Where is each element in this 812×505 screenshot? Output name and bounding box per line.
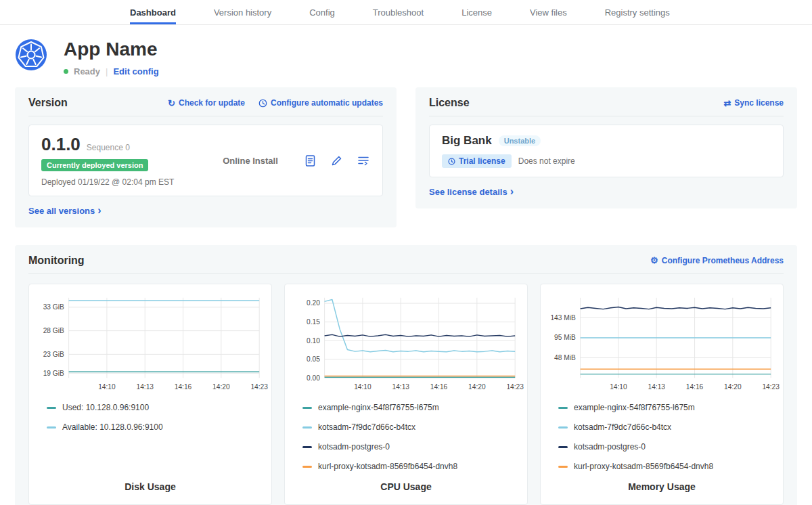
svg-text:14:20: 14:20	[724, 382, 742, 390]
legend-label: kotsadm-postgres-0	[318, 442, 390, 452]
cpu-usage-legend: example-nginx-54f8f76755-l675mkotsadm-7f…	[302, 403, 519, 481]
legend-dash	[302, 466, 312, 468]
clock-icon	[448, 158, 455, 165]
legend-label: example-nginx-54f8f76755-l675m	[574, 403, 695, 412]
deployed-badge: Currently deployed version	[41, 159, 148, 171]
legend-dash	[558, 446, 568, 448]
legend-label: kurl-proxy-kotsadm-8569fb6454-dnvh8	[574, 462, 713, 471]
legend-item: kotsadm-7f9dc7d66c-b4tcx	[302, 422, 519, 432]
check-for-update-link[interactable]: ↻ Check for update	[168, 98, 245, 108]
tab-version-history[interactable]: Version history	[214, 0, 271, 24]
sync-license-link[interactable]: ⇄ Sync license	[723, 98, 784, 108]
edit-version-config-icon[interactable]	[330, 154, 343, 167]
status-dot	[64, 69, 68, 74]
version-card: Version ↻ Check for update Configure aut…	[15, 87, 397, 227]
svg-text:28 GiB: 28 GiB	[43, 326, 64, 334]
svg-text:0.05: 0.05	[307, 355, 320, 363]
legend-dash	[302, 446, 312, 448]
refresh-icon: ↻	[168, 99, 175, 108]
legend-dash	[558, 466, 568, 468]
cpu-usage-chart: 0.000.050.100.150.2014:1014:1314:1614:20…	[293, 294, 519, 394]
legend-item: kotsadm-postgres-0	[302, 442, 519, 452]
deployed-timestamp: Deployed 01/19/22 @ 02:04 pm EST	[41, 177, 197, 187]
svg-text:14:13: 14:13	[648, 382, 665, 390]
configure-prometheus-link[interactable]: ⚙ Configure Prometheus Address	[650, 256, 784, 265]
legend-label: kurl-proxy-kotsadm-8569fb6454-dnvh8	[318, 462, 457, 471]
cpu-usage-title: CPU Usage	[293, 481, 519, 496]
svg-text:14:16: 14:16	[686, 382, 704, 390]
svg-text:23 GiB: 23 GiB	[43, 350, 64, 357]
configure-automatic-updates-link[interactable]: Configure automatic updates	[258, 98, 383, 108]
disk-usage-legend: Used: 10.128.0.96:9100Available: 10.128.…	[47, 403, 263, 442]
legend-item: Available: 10.128.0.96:9100	[47, 422, 263, 432]
memory-usage-chart: 48 MiB95 MiB143 MiB14:1014:1314:1614:201…	[549, 294, 775, 394]
memory-usage-title: Memory Usage	[549, 481, 775, 496]
legend-item: kurl-proxy-kotsadm-8569fb6454-dnvh8	[302, 462, 519, 471]
tab-config[interactable]: Config	[309, 0, 335, 24]
customer-name: Big Bank	[442, 134, 492, 148]
tab-registry-settings[interactable]: Registry settings	[605, 0, 670, 24]
svg-text:14:10: 14:10	[98, 382, 116, 390]
deploy-logs-icon[interactable]	[357, 154, 370, 167]
svg-text:14:16: 14:16	[430, 382, 448, 390]
svg-text:14:20: 14:20	[212, 382, 230, 390]
see-license-details-link[interactable]: See license details ›	[429, 186, 514, 197]
license-card: License ⇄ Sync license Big Bank Unstable	[415, 87, 797, 208]
legend-item: example-nginx-54f8f76755-l675m	[558, 403, 775, 412]
legend-dash	[47, 407, 56, 409]
svg-text:14:20: 14:20	[468, 382, 486, 390]
svg-text:143 MiB: 143 MiB	[550, 313, 576, 321]
legend-dash	[558, 407, 568, 409]
tab-troubleshoot[interactable]: Troubleshoot	[373, 0, 424, 24]
svg-text:0.10: 0.10	[307, 336, 320, 344]
version-card-title: Version	[28, 97, 68, 109]
svg-text:0.20: 0.20	[307, 299, 320, 307]
disk-usage-chart: 19 GiB23 GiB28 GiB33 GiB14:1014:1314:161…	[37, 294, 263, 394]
svg-text:48 MiB: 48 MiB	[554, 353, 576, 361]
see-all-versions-link[interactable]: See all versions ›	[28, 205, 102, 216]
legend-label: example-nginx-54f8f76755-l675m	[318, 403, 439, 412]
install-type-label: Online Install	[223, 156, 278, 166]
tab-dashboard[interactable]: Dashboard	[130, 0, 176, 24]
monitoring-section: Monitoring ⚙ Configure Prometheus Addres…	[15, 245, 797, 505]
gear-icon: ⚙	[650, 256, 658, 265]
monitoring-title: Monitoring	[28, 255, 85, 267]
chevron-right-icon: ›	[97, 205, 101, 216]
svg-text:14:23: 14:23	[762, 382, 780, 390]
sync-icon: ⇄	[723, 99, 731, 108]
svg-text:14:23: 14:23	[506, 382, 524, 390]
current-version-panel: 0.1.0 Sequence 0 Currently deployed vers…	[28, 125, 383, 196]
tab-view-files[interactable]: View files	[530, 0, 567, 24]
release-notes-icon[interactable]	[304, 154, 317, 167]
disk-usage-card: 19 GiB23 GiB28 GiB33 GiB14:1014:1314:161…	[28, 284, 272, 505]
top-nav: Dashboard Version history Config Trouble…	[0, 0, 812, 25]
legend-dash	[302, 407, 312, 409]
app-title: App Name	[64, 39, 159, 60]
legend-label: Available: 10.128.0.96:9100	[62, 422, 163, 432]
legend-item: kotsadm-postgres-0	[558, 442, 775, 452]
legend-dash	[47, 426, 56, 429]
edit-config-link[interactable]: Edit config	[113, 66, 158, 76]
legend-item: Used: 10.128.0.96:9100	[47, 403, 263, 412]
legend-item: kurl-proxy-kotsadm-8569fb6454-dnvh8	[558, 462, 775, 471]
version-number: 0.1.0	[41, 134, 81, 155]
legend-dash	[558, 426, 568, 429]
license-card-title: License	[429, 97, 470, 109]
svg-text:14:13: 14:13	[392, 382, 409, 390]
legend-label: kotsadm-7f9dc7d66c-b4tcx	[318, 422, 415, 432]
disk-usage-title: Disk Usage	[37, 481, 263, 496]
legend-item: kotsadm-7f9dc7d66c-b4tcx	[558, 422, 775, 432]
app-header: App Name Ready | Edit config	[0, 25, 812, 76]
svg-text:14:16: 14:16	[175, 382, 192, 390]
legend-dash	[302, 426, 312, 429]
svg-text:14:23: 14:23	[250, 382, 268, 390]
version-sequence: Sequence 0	[87, 143, 130, 152]
chevron-right-icon: ›	[510, 186, 514, 197]
legend-label: kotsadm-7f9dc7d66c-b4tcx	[574, 422, 671, 432]
tab-license[interactable]: License	[461, 0, 492, 24]
memory-usage-legend: example-nginx-54f8f76755-l675mkotsadm-7f…	[558, 403, 775, 481]
svg-text:0.15: 0.15	[307, 318, 320, 326]
legend-item: example-nginx-54f8f76755-l675m	[302, 403, 519, 412]
legend-label: kotsadm-postgres-0	[574, 442, 646, 452]
license-panel: Big Bank Unstable Trial license Does not…	[429, 125, 784, 177]
